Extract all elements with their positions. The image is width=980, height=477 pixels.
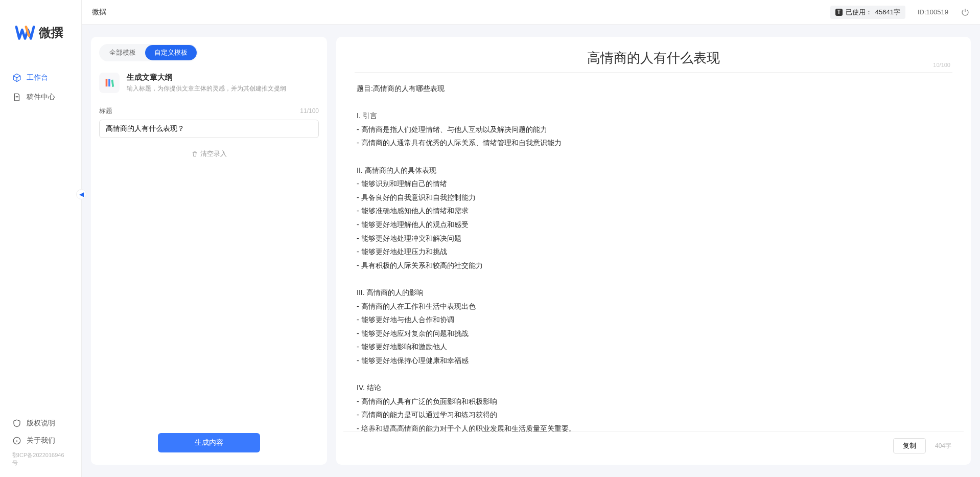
output-word-count: 404字 [935, 442, 951, 450]
nav-copyright[interactable]: 版权说明 [0, 415, 81, 432]
logo-text: 微撰 [39, 25, 63, 41]
output-body: 题目:高情商的人有哪些表现 I. 引言 - 高情商是指人们处理情绪、与他人互动以… [336, 73, 971, 431]
page-title: 微撰 [92, 8, 106, 17]
left-panel: 全部模板 自定义模板 生成文章大纲 输入标题，为你提供文章主 [91, 37, 327, 465]
main: 微撰 T 已使用： 45641字 ID:100519 全部模板 自定义模板 [82, 0, 980, 477]
info-icon [12, 436, 21, 445]
sidebar-collapse-handle[interactable]: ◀ [76, 189, 86, 199]
nav-drafts-label: 稿件中心 [27, 93, 55, 102]
text-icon: T [835, 9, 843, 16]
clear-label: 清空录入 [200, 149, 227, 158]
title-input[interactable] [99, 120, 319, 138]
nav-workspace-label: 工作台 [27, 73, 48, 82]
right-panel: 高情商的人有什么表现 10/100 题目:高情商的人有哪些表现 I. 引言 - … [336, 37, 971, 465]
template-tabs: 全部模板 自定义模板 [91, 37, 327, 66]
shield-icon [12, 419, 21, 428]
nav-about-label: 关于我们 [27, 436, 55, 445]
form-block: 标题 11/100 清空录入 [91, 101, 327, 158]
tab-all-templates[interactable]: 全部模板 [100, 45, 145, 60]
template-icon [99, 73, 120, 93]
sidebar: 微撰 工作台 稿件中心 版权说明 关于我们 鄂ICP备2022016946号 [0, 0, 82, 477]
usage-label: 已使用： [846, 8, 872, 17]
usage-value: 45641字 [875, 8, 900, 17]
usage-badge[interactable]: T 已使用： 45641字 [830, 6, 905, 19]
nav: 工作台 稿件中心 [0, 63, 81, 415]
clear-input-button[interactable]: 清空录入 [99, 149, 319, 158]
nav-drafts[interactable]: 稿件中心 [0, 87, 81, 107]
topbar: 微撰 T 已使用： 45641字 ID:100519 [82, 0, 980, 25]
cube-icon [12, 73, 21, 82]
title-label: 标题 [99, 106, 112, 116]
template-card: 生成文章大纲 输入标题，为你提供文章主体的灵感，并为其创建推文提纲 [91, 66, 327, 101]
trash-icon [191, 150, 198, 157]
nav-about[interactable]: 关于我们 [0, 432, 81, 449]
output-title-counter: 10/100 [933, 62, 950, 68]
template-desc: 输入标题，为你提供文章主体的灵感，并为其创建推文提纲 [127, 84, 286, 93]
title-char-counter: 11/100 [300, 107, 319, 115]
nav-workspace[interactable]: 工作台 [0, 68, 81, 87]
logo: 微撰 [0, 0, 81, 63]
output-title: 高情商的人有什么表现 [357, 49, 950, 67]
tab-custom-templates[interactable]: 自定义模板 [145, 45, 197, 60]
icp-text: 鄂ICP备2022016946号 [0, 449, 81, 472]
nav-copyright-label: 版权说明 [27, 419, 55, 428]
logo-icon [15, 23, 35, 42]
document-icon [12, 93, 21, 102]
generate-button[interactable]: 生成内容 [158, 433, 260, 452]
template-title: 生成文章大纲 [127, 73, 286, 82]
power-icon[interactable] [961, 8, 970, 17]
sidebar-bottom: 版权说明 关于我们 鄂ICP备2022016946号 [0, 415, 81, 477]
user-id: ID:100519 [918, 8, 948, 16]
copy-button[interactable]: 复制 [893, 438, 926, 453]
books-icon [104, 77, 115, 88]
chevron-left-icon: ◀ [79, 191, 84, 198]
